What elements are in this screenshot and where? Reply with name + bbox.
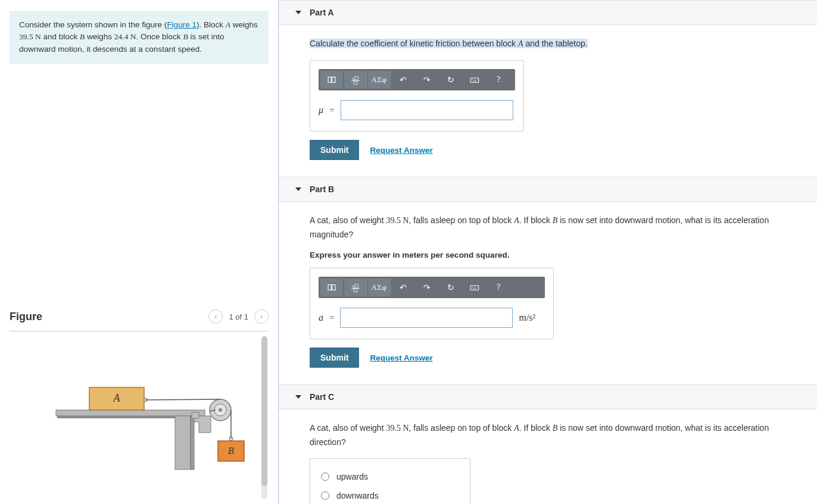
part-a-header[interactable]: Part A (279, 0, 817, 25)
prompt-text: . If block (519, 215, 553, 225)
submit-button[interactable]: Submit (310, 348, 359, 368)
svg-rect-18 (354, 77, 358, 80)
part-b-title: Part B (310, 184, 334, 194)
var-A: A (518, 39, 523, 48)
part-b-header[interactable]: Part B (279, 177, 817, 202)
radio-label: upwards (336, 472, 368, 481)
request-answer-link[interactable]: Request Answer (370, 146, 432, 155)
svg-rect-0 (56, 410, 205, 416)
part-b-prompt: A cat, also of weight 39.5 N, falls asle… (310, 214, 800, 241)
svg-line-9 (145, 399, 220, 400)
prompt-text: A cat, also of weight (310, 215, 386, 225)
units-label: m/s² (519, 312, 535, 323)
svg-text:x: x (352, 76, 354, 80)
figure-link[interactable]: Figure 1 (167, 20, 197, 29)
part-a-title: Part A (310, 8, 334, 17)
part-b-answer-box: x ΑΣφ ↶ ↷ ↻ ? a = m/s² (310, 268, 554, 339)
svg-rect-31 (354, 289, 357, 292)
weight-A: 39.5 N (19, 32, 41, 41)
prompt-text: . If block (519, 423, 553, 433)
greek-button[interactable]: ΑΣφ (368, 278, 391, 296)
svg-rect-29 (354, 284, 358, 287)
part-c-title: Part C (310, 392, 334, 402)
figure-title: Figure (10, 311, 42, 323)
radio-option-upwards[interactable]: upwards (321, 467, 459, 486)
answer-row: μ = (319, 100, 515, 120)
reset-icon[interactable]: ↻ (439, 278, 462, 296)
svg-rect-21 (470, 78, 479, 83)
keyboard-icon[interactable] (463, 278, 486, 296)
block-b-label: B (228, 446, 234, 456)
var-A: A (514, 216, 519, 225)
part-c-prompt: A cat, also of weight 39.5 N, falls asle… (310, 421, 800, 449)
radio-downwards[interactable] (321, 492, 329, 500)
problem-text: weighs (85, 32, 114, 41)
radio-upwards[interactable] (321, 472, 329, 481)
keyboard-icon[interactable] (463, 71, 486, 89)
prompt-text: and the tabletop. (523, 39, 588, 48)
problem-text: ). Block (197, 20, 226, 29)
equation-toolbar: x ΑΣφ ↶ ↷ ↻ ? (319, 277, 545, 298)
figure-nav-label: 1 of 1 (229, 312, 248, 321)
svg-rect-15 (328, 77, 331, 83)
weight-value: 39.5 N (386, 216, 408, 225)
request-answer-link[interactable]: Request Answer (370, 353, 432, 362)
variable-label: a (319, 312, 323, 323)
svg-rect-2 (175, 416, 191, 469)
prompt-text: , falls asleep on top of block (409, 423, 514, 433)
radio-label: downwards (336, 491, 379, 500)
figure-diagram: A B (32, 355, 247, 486)
svg-text:x: x (352, 284, 354, 288)
help-button[interactable]: ? (487, 71, 510, 89)
template-icon[interactable] (320, 278, 343, 296)
template-icon[interactable] (320, 71, 343, 89)
variable-label: μ (319, 105, 323, 115)
figure-header: Figure ‹ 1 of 1 › (10, 306, 269, 331)
prompt-text: Calculate the coefficient of kinetic fri… (310, 39, 518, 48)
figure-prev-button[interactable]: ‹ (208, 309, 223, 324)
part-c-header[interactable]: Part C (279, 384, 817, 409)
part-b-input[interactable] (340, 308, 513, 328)
reset-icon[interactable]: ↻ (439, 71, 462, 89)
svg-rect-26 (328, 285, 331, 290)
figure-nav: ‹ 1 of 1 › (208, 309, 269, 324)
part-a-input[interactable] (341, 100, 513, 120)
svg-rect-3 (191, 416, 194, 469)
fraction-icon[interactable]: x (344, 71, 367, 89)
part-b-body: A cat, also of weight 39.5 N, falls asle… (279, 202, 817, 384)
var-A: A (226, 20, 230, 29)
part-b-instruction: Express your answer in meters per second… (310, 251, 800, 259)
figure-scroll-thumb[interactable] (261, 336, 267, 486)
submit-button[interactable]: Submit (310, 140, 359, 160)
chevron-down-icon (295, 395, 301, 399)
svg-rect-4 (192, 412, 199, 418)
redo-icon[interactable]: ↷ (416, 71, 438, 89)
redo-icon[interactable]: ↷ (416, 278, 438, 296)
right-panel: Part A Calculate the coefficient of kine… (279, 0, 817, 504)
submit-row: Submit Request Answer (310, 348, 800, 368)
undo-icon[interactable]: ↶ (392, 278, 414, 296)
greek-button[interactable]: ΑΣφ (368, 71, 391, 89)
radio-option-downwards[interactable]: downwards (321, 486, 459, 504)
chevron-down-icon (295, 11, 301, 14)
answer-row: a = m/s² (319, 308, 545, 328)
equals-sign: = (329, 313, 334, 323)
figure-scrollbar[interactable] (261, 336, 267, 499)
svg-rect-32 (470, 286, 479, 290)
equals-sign: = (329, 105, 334, 115)
weight-B: 24.4 N (114, 32, 136, 41)
var-B: B (183, 32, 188, 41)
undo-icon[interactable]: ↶ (392, 71, 414, 89)
help-button[interactable]: ? (487, 278, 510, 296)
part-c-body: A cat, also of weight 39.5 N, falls asle… (279, 409, 817, 504)
chevron-down-icon (295, 187, 301, 191)
figure-next-button[interactable]: › (254, 309, 269, 324)
fraction-icon[interactable]: x (344, 278, 367, 296)
figure-area: A B (10, 331, 269, 504)
svg-rect-27 (332, 285, 335, 290)
equation-toolbar: x ΑΣφ ↶ ↷ ↻ ? (319, 69, 515, 90)
weight-value: 39.5 N (386, 424, 408, 433)
problem-text: Consider the system shown in the figure … (19, 20, 167, 29)
svg-point-7 (219, 408, 222, 412)
prompt-text: , falls asleep on top of block (409, 215, 514, 225)
